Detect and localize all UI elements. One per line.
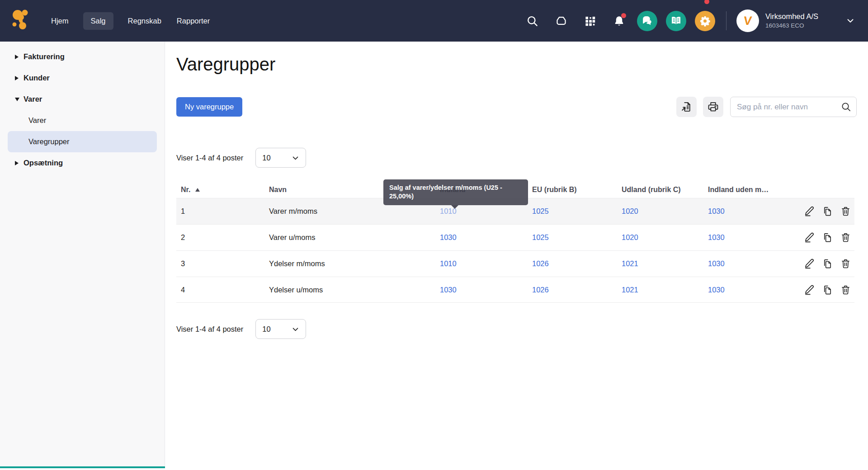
column-header-nr[interactable]: Nr. <box>176 186 269 194</box>
copy-icon <box>822 206 833 216</box>
new-varegruppe-button[interactable]: Ny varegruppe <box>176 97 242 117</box>
account-link-eu[interactable]: 1026 <box>532 259 549 268</box>
account-link-eu[interactable]: 1025 <box>532 207 549 215</box>
chevron-down-icon <box>292 154 299 162</box>
account-link-udland[interactable]: 1021 <box>622 286 638 294</box>
pagination-bottom: Viser 1-4 af 4 poster 10 <box>176 319 857 339</box>
cell-navn: Varer u/moms <box>269 233 440 242</box>
account-link-indland-uden[interactable]: 1030 <box>708 259 725 268</box>
account-link-udland[interactable]: 1021 <box>622 259 638 268</box>
export-button[interactable] <box>676 97 697 117</box>
account-link-indland-uden[interactable]: 1030 <box>708 207 725 215</box>
cell-nr: 1 <box>176 207 269 216</box>
sidebar-item-fakturering[interactable]: Fakturering <box>0 46 165 67</box>
topbar-right: V Virksomhed A/S 1603463 ECO <box>513 9 855 32</box>
inbox-icon <box>555 15 567 27</box>
account-link-indland[interactable]: 1030 <box>440 233 457 241</box>
sidebar-item-varer-sub[interactable]: Varer <box>8 110 157 131</box>
page-size-select[interactable]: 10 <box>255 319 306 339</box>
account-link-indland-uden[interactable]: 1030 <box>708 286 725 294</box>
chevron-down-icon <box>845 16 855 26</box>
column-header-udland[interactable]: Udland (rubrik C) <box>622 186 708 194</box>
notification-badge <box>621 13 626 18</box>
pencil-icon <box>804 232 815 243</box>
print-icon <box>708 101 719 113</box>
app-logo-icon[interactable] <box>11 9 30 32</box>
edit-button[interactable] <box>804 206 815 216</box>
company-info[interactable]: Virksomhed A/S 1603463 ECO <box>765 12 818 30</box>
sidebar-item-varegrupper[interactable]: Varegrupper <box>8 131 157 152</box>
table-row: 3 Ydelser m/moms 1010 1026 1021 1030 <box>176 250 854 277</box>
pencil-icon <box>804 258 815 269</box>
column-header-eu[interactable]: EU (rubrik B) <box>532 186 622 194</box>
caret-right-icon <box>15 76 19 80</box>
delete-button[interactable] <box>840 232 851 243</box>
copy-button[interactable] <box>822 285 833 295</box>
nav-item-regnskab[interactable]: Regnskab <box>127 12 162 30</box>
nav-item-salg[interactable]: Salg <box>83 12 113 30</box>
caret-down-icon <box>15 98 19 101</box>
search-button[interactable] <box>524 12 542 30</box>
company-menu-toggle[interactable] <box>845 16 855 26</box>
page-size-select[interactable]: 10 <box>255 148 306 168</box>
page-size-value: 10 <box>262 154 270 162</box>
avatar[interactable]: V <box>736 9 759 32</box>
nav-item-hjem[interactable]: Hjem <box>50 12 70 30</box>
page-title: Varegrupper <box>176 53 857 75</box>
delete-button[interactable] <box>840 206 851 216</box>
apps-button[interactable] <box>581 12 599 30</box>
search-input[interactable] <box>730 97 857 117</box>
settings-badge <box>704 0 709 4</box>
account-link-indland-uden[interactable]: 1030 <box>708 233 725 241</box>
sidebar-item-label: Varegrupper <box>28 137 70 146</box>
sidebar-item-varer[interactable]: Varer <box>0 89 165 110</box>
table-row: 2 Varer u/moms 1030 1025 1020 1030 <box>176 224 854 250</box>
edit-button[interactable] <box>804 285 815 295</box>
tooltip-arrow <box>451 205 458 209</box>
account-link-eu[interactable]: 1025 <box>532 233 549 241</box>
toolbar-right <box>670 97 857 117</box>
pencil-icon <box>804 285 815 295</box>
sidebar-item-opsaetning[interactable]: Opsætning <box>0 152 165 174</box>
trash-icon <box>840 232 851 243</box>
nav-item-rapporter[interactable]: Rapporter <box>176 12 211 30</box>
pencil-icon <box>804 206 815 216</box>
delete-button[interactable] <box>840 285 851 295</box>
chevron-down-icon <box>292 325 299 333</box>
print-button[interactable] <box>703 97 723 117</box>
inbox-button[interactable] <box>552 12 571 30</box>
results-summary: Viser 1-4 af 4 poster <box>176 154 243 162</box>
copy-button[interactable] <box>822 206 833 216</box>
copy-button[interactable] <box>822 258 833 269</box>
account-link-eu[interactable]: 1026 <box>532 286 549 294</box>
delete-button[interactable] <box>840 258 851 269</box>
cell-nr: 3 <box>176 259 269 268</box>
topbar: Hjem Salg Regnskab Rapporter <box>0 0 868 42</box>
account-link-udland[interactable]: 1020 <box>622 233 638 241</box>
settings-button[interactable] <box>695 11 715 31</box>
help-book-button[interactable] <box>666 11 686 31</box>
account-link-indland[interactable]: 1030 <box>440 286 457 294</box>
copy-icon <box>822 258 833 269</box>
copy-icon <box>822 285 833 295</box>
chat-button[interactable] <box>637 11 657 31</box>
topbar-divider <box>726 11 726 30</box>
trash-icon <box>840 258 851 269</box>
copy-button[interactable] <box>822 232 833 243</box>
edit-button[interactable] <box>804 258 815 269</box>
sidebar-item-kunder[interactable]: Kunder <box>0 67 165 89</box>
edit-button[interactable] <box>804 232 815 243</box>
cell-navn: Ydelser m/moms <box>269 259 440 268</box>
sidebar-item-label: Opsætning <box>24 159 63 167</box>
bottom-accent-bar <box>0 466 165 468</box>
trash-icon <box>840 206 851 216</box>
table-row: 4 Ydelser u/moms 1030 1026 1021 1030 <box>176 277 854 303</box>
account-link-udland[interactable]: 1020 <box>622 207 638 215</box>
account-link-indland[interactable]: 1010 <box>440 259 457 268</box>
chat-icon <box>642 15 653 27</box>
notifications-button[interactable] <box>610 12 628 30</box>
results-summary: Viser 1-4 af 4 poster <box>176 325 243 334</box>
column-header-indland-uden[interactable]: Indland uden m… <box>708 186 796 194</box>
main-nav: Hjem Salg Regnskab Rapporter <box>50 12 211 30</box>
gear-icon <box>699 15 711 27</box>
